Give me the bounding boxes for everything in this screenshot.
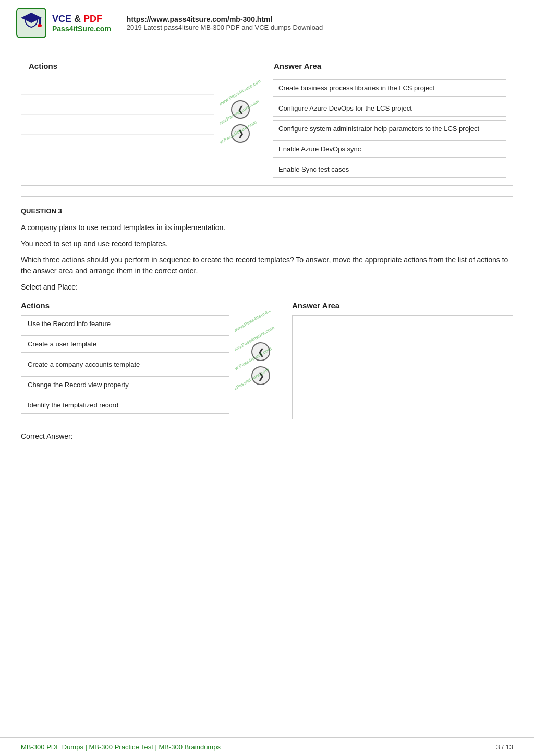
- q3-arrow-buttons: ❮ ❯: [251, 342, 270, 385]
- q3-action-item-3[interactable]: Create a company accounts template: [21, 356, 229, 373]
- action-row-4: [21, 135, 214, 154]
- section1-left-arrow[interactable]: ❮: [231, 100, 250, 119]
- logo-sitename: Pass4itSure.com: [52, 25, 111, 33]
- action-row-5: [21, 154, 214, 174]
- question-para-4: Select and Place:: [21, 282, 513, 293]
- question3-section: QUESTION 3 A company plans to use record…: [21, 207, 513, 440]
- action-row-1: [21, 75, 214, 95]
- q3-left-arrow[interactable]: ❮: [251, 342, 270, 361]
- q3-right-arrow[interactable]: ❯: [251, 366, 270, 385]
- answer-item-1[interactable]: Create business process libraries in the…: [273, 79, 506, 97]
- section1-actions-col: Actions: [21, 57, 214, 185]
- page-header: VCE & PDF Pass4itSure.com https://www.pa…: [0, 0, 534, 46]
- correct-answer-label: Correct Answer:: [21, 432, 513, 440]
- q3-action-item-2[interactable]: Create a user template: [21, 335, 229, 353]
- answer-item-3[interactable]: Configure system administrator help para…: [273, 120, 506, 137]
- main-content: Actions ❮ ❯ www.Pass4itsure.com: [0, 46, 534, 461]
- answer-item-4[interactable]: Enable Azure DevOps sync: [273, 140, 506, 158]
- svg-text:www.Pass4itsure.com: www.Pass4itsure.com: [235, 311, 278, 333]
- question3-dnd: Actions Use the Record info feature Crea…: [21, 301, 513, 419]
- q3-answer-col: Answer Area: [292, 301, 513, 419]
- q3-actions-col: Actions Use the Record info feature Crea…: [21, 301, 229, 417]
- question-para-1: A company plans to use record templates …: [21, 222, 513, 233]
- q3-action-item-5[interactable]: Identify the templatized record: [21, 397, 229, 414]
- header-url: https://www.pass4itsure.com/mb-300.html: [127, 15, 323, 23]
- page-footer: MB-300 PDF Dumps | MB-300 Practice Test …: [0, 737, 534, 756]
- answer-item-2[interactable]: Configure Azure DevOps for the LCS proje…: [273, 100, 506, 117]
- logo-vce-pdf: VCE & PDF: [52, 14, 111, 25]
- logo-text: VCE & PDF Pass4itSure.com: [52, 14, 111, 33]
- section1-answer-col: Answer Area Create business process libr…: [266, 57, 513, 185]
- section1-answer-items: Create business process libraries in the…: [266, 75, 513, 185]
- q3-answer-box[interactable]: [292, 315, 513, 419]
- section1-right-arrow[interactable]: ❯: [231, 124, 250, 143]
- footer-page: 3 / 13: [496, 743, 513, 751]
- section1-dnd: Actions ❮ ❯ www.Pass4itsure.com: [21, 57, 513, 186]
- question-label: QUESTION 3: [21, 207, 513, 215]
- question-para-3: Which three actions should you perform i…: [21, 255, 513, 277]
- q3-answer-header: Answer Area: [292, 301, 513, 310]
- q3-actions-header: Actions: [21, 301, 229, 310]
- section1-action-rows: [21, 75, 214, 174]
- action-row-3: [21, 115, 214, 135]
- svg-point-4: [38, 24, 42, 27]
- logo-icon: [16, 7, 47, 39]
- section1-arrow-buttons: ❮ ❯: [231, 100, 250, 143]
- question-para-2: You need to set up and use record templa…: [21, 238, 513, 249]
- footer-links[interactable]: MB-300 PDF Dumps | MB-300 Practice Test …: [21, 743, 221, 751]
- action-row-2: [21, 95, 214, 115]
- svg-rect-3: [39, 18, 41, 25]
- header-info: https://www.pass4itsure.com/mb-300.html …: [127, 15, 323, 31]
- q3-action-item-4[interactable]: Change the Record view property: [21, 376, 229, 393]
- logo-area: VCE & PDF Pass4itSure.com: [16, 7, 111, 39]
- section-divider: [21, 196, 513, 197]
- section1-watermark: ❮ ❯ www.Pass4itsure.com www.Pass4itsure.…: [214, 57, 266, 185]
- section1-answer-header: Answer Area: [266, 57, 513, 75]
- section1-actions-header: Actions: [21, 57, 214, 75]
- answer-item-5[interactable]: Enable Sync test cases: [273, 161, 506, 178]
- q3-action-item-1[interactable]: Use the Record info feature: [21, 315, 229, 332]
- header-description: 2019 Latest pass4itsure MB-300 PDF and V…: [127, 23, 323, 31]
- q3-arrow-area: ❮ ❯ www.Pass4itsure.com www.Pass4itsure.…: [229, 301, 292, 416]
